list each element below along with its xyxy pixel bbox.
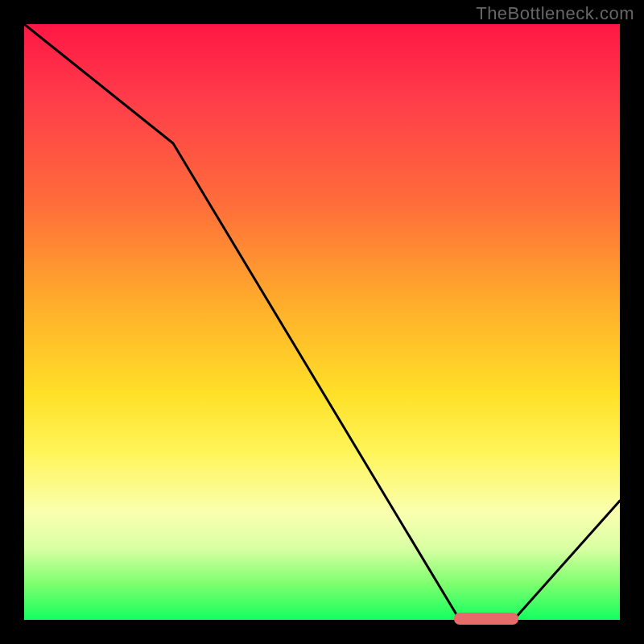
optimal-zone-marker xyxy=(454,613,518,625)
bottleneck-curve-line xyxy=(24,24,620,620)
watermark-text: TheBottleneck.com xyxy=(476,3,634,24)
chart-overlay xyxy=(0,0,644,644)
chart-stage: TheBottleneck.com xyxy=(0,0,644,644)
